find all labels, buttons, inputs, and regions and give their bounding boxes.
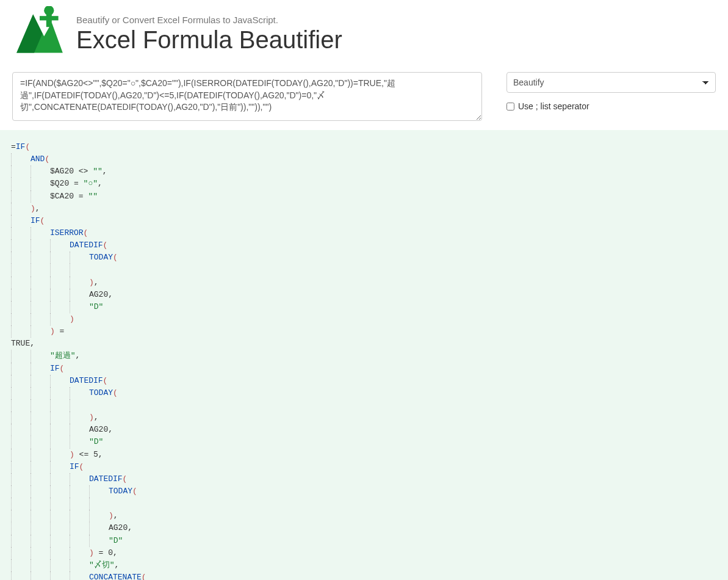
excel-logo-icon [12, 6, 67, 61]
output-line: TODAY( [11, 485, 717, 498]
output-line: "D" [11, 301, 717, 313]
output-line: ) [11, 313, 717, 325]
output-line: ) = [11, 325, 717, 338]
output-line [11, 399, 717, 411]
output-line: DATEDIF( [11, 239, 717, 252]
output-line: ) = 0, [11, 547, 717, 559]
semicolon-checkbox-label: Use ; list seperator [518, 101, 589, 111]
page-title: Excel Formula Beautifier [76, 26, 342, 53]
output-line: =IF( [11, 141, 717, 153]
output-line: $CA20 = "" [11, 190, 717, 203]
output-line: IF( [11, 215, 717, 227]
output-line: AG20, [11, 522, 717, 534]
output-line: "〆切", [11, 559, 717, 571]
output-line: "D" [11, 436, 717, 448]
mode-select[interactable]: Beautify [506, 72, 716, 93]
svg-point-3 [44, 6, 54, 15]
output-line: ISERROR( [11, 227, 717, 239]
output-line: AND( [11, 153, 717, 165]
output-line: IF( [11, 461, 717, 473]
beautified-output: =IF(AND($AG20 <> "",$Q20 = "○",$CA20 = "… [0, 130, 728, 580]
semicolon-checkbox-row[interactable]: Use ; list seperator [506, 101, 716, 111]
semicolon-checkbox[interactable] [506, 103, 514, 111]
output-line: AG20, [11, 424, 717, 436]
header: Beautify or Convert Excel Formulas to Ja… [12, 0, 716, 72]
output-line: CONCATENATE( [11, 571, 717, 580]
output-line: TRUE, [11, 338, 717, 350]
output-line: IF( [11, 363, 717, 375]
formula-input[interactable] [12, 72, 482, 121]
output-line: ), [11, 510, 717, 522]
output-line: TODAY( [11, 387, 717, 399]
output-line: DATEDIF( [11, 473, 717, 485]
output-line [11, 264, 717, 276]
output-line: ), [11, 277, 717, 289]
output-line: ), [11, 203, 717, 215]
output-line: ), [11, 411, 717, 424]
svg-rect-4 [40, 16, 59, 20]
output-line: TODAY( [11, 252, 717, 264]
tagline: Beautify or Convert Excel Formulas to Ja… [76, 15, 342, 25]
output-line: AG20, [11, 289, 717, 301]
output-line: "超過", [11, 350, 717, 362]
output-line: ) <= 5, [11, 449, 717, 461]
output-line: "D" [11, 535, 717, 547]
output-line [11, 498, 717, 510]
output-line: $Q20 = "○", [11, 178, 717, 190]
output-line: $AG20 <> "", [11, 165, 717, 178]
output-line: DATEDIF( [11, 375, 717, 387]
